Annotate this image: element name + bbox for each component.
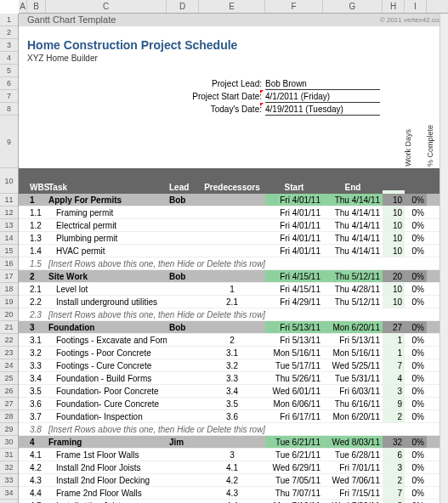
row-header-9[interactable]: 9 — [0, 116, 18, 168]
spreadsheet-area: Gantt Chart Template © 2011 vertex42.com… — [19, 14, 448, 503]
row-header-13[interactable]: 13 — [0, 219, 18, 232]
table-row[interactable]: 1.5[Insert Rows above this one, then Hid… — [19, 257, 448, 270]
table-row[interactable]: 3.4Foundation - Build Forms3.3Thu 5/26/1… — [19, 372, 448, 385]
work-days-header: Work Days — [404, 129, 412, 167]
pct-complete-header: % Complete — [426, 125, 434, 167]
table-row[interactable]: 1.3Plumbing permitFri 4/01/11Thu 4/14/11… — [19, 232, 448, 245]
row-header-17[interactable]: 17 — [0, 270, 18, 283]
row-header-22[interactable]: 22 — [0, 334, 18, 347]
col-D[interactable]: D — [167, 0, 199, 13]
end-header: End — [323, 181, 383, 194]
row-header-24[interactable]: 24 — [0, 359, 18, 372]
table-row[interactable]: 1.1Framing permitFri 4/01/11Thu 4/14/111… — [19, 206, 448, 219]
col-I[interactable]: I — [405, 0, 427, 13]
row-header-6[interactable]: 6 — [0, 77, 18, 90]
table-row[interactable]: 3.6Foundation- Cure Concrete3.5Mon 6/06/… — [19, 398, 448, 410]
row-header-35[interactable]: 35 — [0, 500, 18, 503]
row-header-32[interactable]: 32 — [0, 461, 18, 474]
row-header-16[interactable]: 16 — [0, 257, 18, 270]
row-header-29[interactable]: 29 — [0, 423, 18, 436]
row-header-10[interactable]: 10 — [0, 168, 18, 194]
table-row[interactable]: 2Site WorkBobFri 4/15/11Thu 5/12/11200% — [19, 270, 448, 283]
project-lead-value[interactable]: Bob Brown — [265, 77, 380, 90]
table-row[interactable]: 4.3Install 2nd Floor Decking4.2Tue 7/05/… — [19, 474, 448, 487]
row-header-27[interactable]: 27 — [0, 398, 18, 410]
row-header-3[interactable]: 3 — [0, 39, 18, 52]
row-header-7[interactable]: 7 — [0, 90, 18, 103]
wbs-header: WBS — [27, 181, 46, 194]
row-header-11[interactable]: 11 — [0, 194, 18, 206]
lead-header: Lead — [167, 181, 199, 194]
comment-indicator-icon — [260, 90, 264, 93]
project-lead-label: Project Lead: — [19, 77, 265, 90]
table-header-row: WBS Task Lead Predecessors Start End — [19, 168, 448, 194]
row-header-31[interactable]: 31 — [0, 449, 18, 461]
table-row[interactable]: 3.7Foundation- Inspection3.6Fri 6/17/11M… — [19, 410, 448, 423]
start-date-label: Project Start Date: — [19, 90, 265, 103]
table-row[interactable]: 1.2Electrical permitFri 4/01/11Thu 4/14/… — [19, 219, 448, 232]
start-date-value[interactable]: 4/1/2011 (Friday) — [265, 90, 380, 103]
row-header-30[interactable]: 30 — [0, 436, 18, 449]
col-C[interactable]: C — [46, 0, 167, 13]
comment-indicator-icon — [260, 103, 264, 106]
today-date-label: Today's Date: — [19, 103, 265, 116]
row-header-25[interactable]: 25 — [0, 372, 18, 385]
table-row[interactable]: 3.3Footings - Cure Concrete3.2Tue 5/17/1… — [19, 359, 448, 372]
table-row[interactable]: 3.2Footings - Poor Concrete3.1Mon 5/16/1… — [19, 347, 448, 359]
row-header-21[interactable]: 21 — [0, 321, 18, 334]
col-H[interactable]: H — [383, 0, 405, 13]
table-row[interactable]: 3.5Foundation- Poor Concrete3.4Wed 6/01/… — [19, 385, 448, 398]
task-header: Task — [46, 181, 167, 194]
row-header-8[interactable]: 8 — [0, 103, 18, 116]
table-row[interactable]: 2.1Level lot1Fri 4/15/11Thu 4/28/11100% — [19, 283, 448, 296]
subtitle: XYZ Home Builder — [19, 52, 448, 65]
table-row[interactable]: 2.2Install underground utilities2.1Fri 4… — [19, 296, 448, 308]
table-row[interactable]: 3.8[Insert Rows above this one, then Hid… — [19, 423, 448, 436]
table-row[interactable]: 3FoundationBobFri 5/13/11Mon 6/20/11270% — [19, 321, 448, 334]
row-header-5[interactable]: 5 — [0, 65, 18, 77]
row-header-1[interactable]: 1 — [0, 14, 18, 26]
table-row[interactable]: 4.2Install 2nd Floor Joists4.1Wed 6/29/1… — [19, 461, 448, 474]
row-header-15[interactable]: 15 — [0, 245, 18, 257]
table-row[interactable]: 3.1Footings - Excavate and Form2Fri 5/13… — [19, 334, 448, 347]
row-header-34[interactable]: 34 — [0, 487, 18, 500]
col-B[interactable]: B — [27, 0, 46, 13]
table-row[interactable]: 4FramingJimTue 6/21/11Wed 8/03/11320% — [19, 436, 448, 449]
col-F[interactable]: F — [265, 0, 323, 13]
table-row[interactable]: 4.4Frame 2nd Floor Walls4.3Thu 7/07/11Fr… — [19, 487, 448, 500]
start-header: Start — [265, 181, 323, 194]
vertical-scrollbar[interactable] — [439, 14, 448, 503]
col-E[interactable]: E — [199, 0, 265, 13]
row-header-12[interactable]: 12 — [0, 206, 18, 219]
table-row[interactable]: 4.5Install attice Joists4.4Mon 7/18/11We… — [19, 500, 448, 503]
pred-header: Predecessors — [199, 181, 265, 194]
column-headers: A B C D E F G H I — [19, 0, 448, 14]
row-header-26[interactable]: 26 — [0, 385, 18, 398]
table-row[interactable]: 1Apply For PermitsBobFri 4/01/11Thu 4/14… — [19, 194, 448, 206]
row-header-19[interactable]: 19 — [0, 296, 18, 308]
row-header-14[interactable]: 14 — [0, 232, 18, 245]
table-row[interactable]: 2.3[Insert Rows above this one, then Hid… — [19, 308, 448, 321]
row-header-28[interactable]: 28 — [0, 410, 18, 423]
row-header-2[interactable]: 2 — [0, 26, 18, 39]
col-A[interactable]: A — [19, 0, 27, 13]
col-G[interactable]: G — [323, 0, 383, 13]
row-header-23[interactable]: 23 — [0, 347, 18, 359]
today-date-value[interactable]: 4/19/2011 (Tuesday) — [265, 103, 380, 116]
table-row[interactable]: 1.4HVAC permitFri 4/01/11Thu 4/14/11100% — [19, 245, 448, 257]
table-row[interactable]: 4.1Frame 1st Floor Walls3Tue 6/21/11Tue … — [19, 449, 448, 461]
copyright: © 2011 vertex42.com — [380, 14, 445, 26]
row-header-20[interactable]: 20 — [0, 308, 18, 321]
template-name: Gantt Chart Template — [27, 14, 116, 25]
row-headers: 1234567891011121314151617181920212223242… — [0, 14, 19, 503]
row-header-33[interactable]: 33 — [0, 474, 18, 487]
page-title: Home Construction Project Schedule — [19, 39, 448, 52]
row-header-4[interactable]: 4 — [0, 52, 18, 65]
template-title-bar: Gantt Chart Template © 2011 vertex42.com — [19, 14, 448, 26]
row-header-18[interactable]: 18 — [0, 283, 18, 296]
